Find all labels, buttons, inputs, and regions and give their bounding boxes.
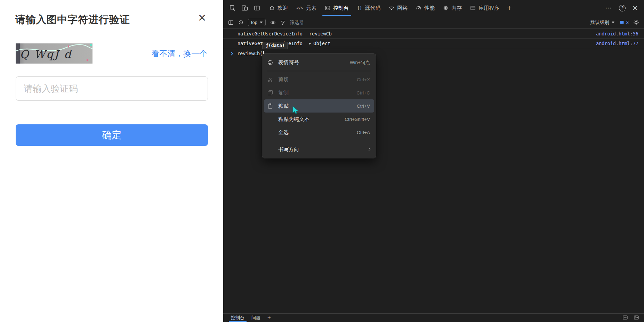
menu-item-emoji[interactable]: 表情符号 Win+句点 (264, 56, 374, 69)
bottom-bar-icons (622, 314, 644, 322)
context-selector[interactable]: top (248, 19, 266, 26)
dialog-close-button[interactable]: × (194, 10, 210, 26)
console-toolbar: top 默认级别 (223, 16, 644, 29)
devtools-menu-icon[interactable]: ⋯ (605, 4, 612, 12)
devtools-panel: 欢迎 </> 元素 控制台 {} 源代码 (223, 0, 644, 322)
chat-bubble-icon (619, 20, 625, 25)
menu-item-writing-direction[interactable]: 书写方向 (264, 143, 374, 156)
prompt-chevron-icon (230, 52, 233, 55)
sources-icon: {} (357, 6, 362, 10)
captcha-graphic: Q WqJ d (16, 43, 92, 64)
tab-sources[interactable]: {} 源代码 (353, 0, 385, 16)
tab-memory[interactable]: 内存 (439, 0, 466, 16)
devtools-bottom-bar: 控制台 问题 + (223, 313, 644, 322)
menu-item-select-all[interactable]: 全选 Ctrl+A (264, 126, 374, 139)
activity-bar-icon[interactable] (254, 5, 260, 11)
clear-console-icon[interactable] (238, 20, 243, 25)
console-sidebar-icon[interactable] (228, 20, 234, 25)
devtools-window-controls: ⋯ ? × (605, 0, 644, 16)
log-text: nativeGetUserDeviceInfo (238, 31, 303, 36)
paste-icon (267, 103, 278, 109)
image-preview-icon[interactable] (634, 315, 639, 321)
tab-label: 元素 (306, 5, 316, 11)
screen: 请输入图中字符进行验证 × Q WqJ d (0, 0, 644, 322)
drawer-icon[interactable] (622, 315, 628, 321)
tab-label: 性能 (424, 5, 435, 11)
gear-icon[interactable] (633, 19, 639, 25)
more-tabs-button[interactable]: + (504, 0, 515, 16)
dialog-title: 请输入图中字符进行验证 (15, 13, 130, 27)
tab-application[interactable]: 应用程序 (466, 0, 504, 16)
issues-count: 3 (626, 20, 629, 25)
console-row[interactable]: nativeGetUserDeviceInfo reviewCb android… (223, 29, 644, 39)
add-drawer-tab-button[interactable]: + (264, 314, 274, 322)
close-icon: × (198, 11, 206, 24)
home-icon (269, 5, 275, 11)
captcha-image[interactable]: Q WqJ d (16, 43, 92, 64)
menu-item-paste-plain[interactable]: 粘贴为纯文本 Ctrl+Shift+V (264, 113, 374, 126)
menu-separator (267, 141, 371, 141)
captcha-text: Q WqJ d (20, 48, 72, 60)
tab-console[interactable]: 控制台 (321, 0, 353, 16)
tab-label: 内存 (451, 5, 462, 11)
devtools-close-icon[interactable]: × (633, 3, 638, 13)
copy-icon (267, 90, 278, 96)
issues-counter[interactable]: 3 (619, 20, 629, 25)
bottom-tab-issues[interactable]: 问题 (248, 314, 264, 322)
console-filter-input[interactable] (290, 20, 373, 25)
menu-item-copy[interactable]: 复制 Ctrl+C (264, 86, 374, 99)
log-value: ▶ Object (309, 41, 330, 46)
chip-icon (443, 5, 449, 11)
bottom-tab-console[interactable]: 控制台 (227, 314, 248, 322)
emoji-icon (267, 60, 278, 65)
devtools-lead-icons (223, 0, 265, 16)
wifi-icon (389, 5, 394, 11)
tab-network[interactable]: 网络 (385, 0, 412, 16)
tab-label: 源代码 (365, 5, 380, 11)
captcha-refresh-link[interactable]: 看不清，换一个 (151, 48, 207, 59)
autocomplete-tooltip: ƒ(data) (263, 42, 288, 49)
tab-label: 控制台 (333, 5, 349, 11)
chevron-down-icon (260, 22, 263, 23)
help-icon[interactable]: ? (619, 5, 626, 11)
tab-label: 欢迎 (277, 5, 288, 11)
captcha-input[interactable] (16, 76, 208, 101)
tab-label: 应用程序 (478, 5, 499, 11)
console-icon (325, 5, 330, 11)
tab-performance[interactable]: 性能 (412, 0, 439, 16)
log-level-label: 默认级别 (590, 19, 609, 26)
source-link[interactable]: android.html:77 (596, 41, 638, 46)
menu-item-cut[interactable]: 剪切 Ctrl+X (264, 73, 374, 86)
code-icon: </> (296, 6, 303, 10)
confirm-button[interactable]: 确定 (16, 124, 208, 146)
devtools-tab-bar: 欢迎 </> 元素 控制台 {} 源代码 (223, 0, 644, 16)
prompt-text: reviewCb( (237, 51, 263, 56)
chevron-down-icon (612, 22, 614, 23)
scissors-icon (267, 77, 278, 82)
log-value: reviewCb (309, 31, 332, 36)
captcha-dialog: 请输入图中字符进行验证 × Q WqJ d (0, 0, 223, 322)
source-link[interactable]: android.html:56 (596, 31, 638, 36)
tab-label: 网络 (397, 5, 408, 11)
inspect-icon[interactable] (230, 5, 236, 11)
tab-welcome[interactable]: 欢迎 (265, 0, 292, 16)
eye-icon[interactable] (270, 20, 276, 25)
context-menu: 表情符号 Win+句点 剪切 Ctrl+X (262, 53, 376, 158)
menu-item-paste[interactable]: 粘贴 Ctrl+V (264, 99, 374, 113)
expand-triangle-icon[interactable]: ▶ (309, 42, 311, 45)
menu-separator (267, 71, 371, 71)
context-selector-value: top (251, 20, 257, 25)
gauge-icon (416, 5, 421, 11)
tab-elements[interactable]: </> 元素 (292, 0, 321, 16)
log-level-dropdown[interactable]: 默认级别 (590, 19, 614, 26)
app-window-icon (470, 5, 476, 11)
filter-funnel-icon (280, 20, 285, 25)
submenu-arrow-icon (368, 148, 370, 151)
device-emulation-icon[interactable] (242, 5, 248, 11)
